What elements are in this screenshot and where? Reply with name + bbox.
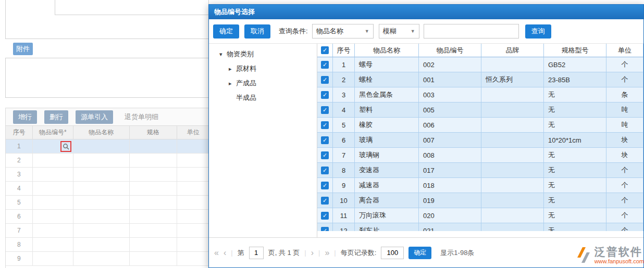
tree-root-item[interactable]: ▾ 物资类别 [209, 47, 317, 61]
checkbox-cell: ✓ [317, 178, 333, 193]
empty-cell [177, 182, 209, 196]
grid-row[interactable]: ✓3黑色金属条003无条 [317, 87, 643, 103]
row-number-cell: 1 [6, 139, 33, 154]
code-cell: 007 [419, 133, 481, 148]
item-code-cell[interactable] [33, 238, 73, 252]
grid-row[interactable]: ✓8变速器017无个 [317, 163, 643, 178]
query-condition-label: 查询条件: [279, 27, 308, 36]
tree-item[interactable]: ▸原材料 [209, 61, 317, 76]
row-checkbox[interactable]: ✓ [321, 167, 329, 174]
page-label: 第 [238, 248, 244, 258]
form-area [5, 0, 209, 39]
grid-row[interactable]: ✓1螺母002GB52个 [317, 57, 643, 72]
field-dropdown[interactable]: 物品名称 ▼ [312, 24, 374, 39]
name-cell: 黑色金属条 [355, 87, 419, 103]
row-checkbox[interactable]: ✓ [321, 76, 329, 84]
search-button[interactable]: 查询 [525, 24, 551, 39]
grid-column-header: 序号 [333, 44, 355, 57]
checkbox-cell: ✓ [317, 148, 333, 163]
item-code-cell[interactable] [33, 139, 73, 154]
unit-cell: 个 [606, 163, 643, 178]
row-checkbox[interactable]: ✓ [321, 106, 329, 114]
per-page-confirm-button[interactable]: 确定 [408, 247, 431, 259]
tree-item[interactable]: 半成品 [209, 91, 317, 105]
attachment-button[interactable]: 附件 [13, 43, 33, 55]
grid-row[interactable]: ✓6玻璃00710*20*1cm块 [317, 133, 643, 148]
grid-body: ✓1螺母002GB52个✓2螺栓001恒久系列23-85B个✓3黑色金属条003… [317, 57, 643, 231]
row-checkbox[interactable]: ✓ [321, 151, 329, 159]
checkbox-cell: ✓ [317, 72, 333, 87]
grid-row[interactable]: ✓7玻璃钢008无块 [317, 148, 643, 163]
match-dropdown[interactable]: 模糊 ▼ [379, 24, 419, 39]
chevron-down-icon[interactable]: ▾ [219, 51, 227, 58]
add-row-button[interactable]: 增行 [13, 110, 37, 124]
row-checkbox[interactable]: ✓ [321, 212, 329, 220]
separator: | [231, 249, 232, 257]
magnifier-icon[interactable] [63, 143, 69, 150]
no-cell: 10 [333, 193, 355, 208]
last-page-button[interactable]: » [325, 249, 329, 257]
grid-row[interactable]: ✓5橡胶006无吨 [317, 118, 643, 133]
brand-cell [481, 193, 544, 208]
empty-cell [130, 168, 178, 182]
form-divider-horizontal [55, 15, 209, 15]
tree-item[interactable]: ▸产成品 [209, 76, 317, 91]
row-number-cell: 9 [6, 252, 33, 266]
row-number-cell: 8 [6, 238, 33, 252]
name-cell: 玻璃钢 [355, 148, 419, 163]
per-page-input[interactable] [381, 247, 404, 259]
item-code-cell[interactable] [33, 182, 73, 196]
item-code-cell[interactable] [33, 154, 73, 168]
delete-row-button[interactable]: 删行 [44, 110, 68, 124]
row-checkbox[interactable]: ✓ [321, 182, 329, 189]
grid-row[interactable]: ✓9减速器018无个 [317, 178, 643, 193]
confirm-button[interactable]: 确定 [213, 24, 239, 39]
prev-page-button[interactable]: ‹ [224, 249, 226, 257]
spec-cell: 23-85B [544, 72, 606, 87]
tree-children: ▸原材料▸产成品半成品 [209, 61, 317, 105]
cancel-button[interactable]: 取消 [244, 24, 270, 39]
name-cell: 万向滚珠 [355, 208, 419, 223]
code-cell: 021 [419, 223, 481, 231]
item-code-cell[interactable] [33, 168, 73, 182]
grid-column-header: 单位 [606, 44, 643, 57]
item-code-cell[interactable] [33, 196, 73, 210]
item-code-cell[interactable] [33, 252, 73, 266]
source-import-button[interactable]: 源单引入 [76, 110, 113, 124]
unit-cell: 个 [606, 72, 643, 87]
code-cell: 017 [419, 163, 481, 178]
select-all-checkbox[interactable]: ✓ [321, 46, 329, 54]
item-code-cell[interactable] [33, 224, 73, 238]
row-checkbox[interactable]: ✓ [321, 91, 329, 99]
chevron-right-icon[interactable]: ▸ [229, 80, 236, 87]
unit-cell: 块 [606, 133, 643, 148]
row-checkbox[interactable]: ✓ [321, 136, 329, 144]
dialog-title-bar[interactable]: 物品编号选择 [209, 5, 643, 19]
row-checkbox[interactable]: ✓ [321, 61, 329, 69]
category-tree: ▾ 物资类别 ▸原材料▸产成品半成品 [209, 44, 317, 237]
grid-row[interactable]: ✓11万向滚珠020无个 [317, 208, 643, 223]
no-cell: 8 [333, 163, 355, 178]
grid-row[interactable]: ✓2螺栓001恒久系列23-85B个 [317, 72, 643, 87]
row-checkbox[interactable]: ✓ [321, 121, 329, 129]
chevron-right-icon[interactable]: ▸ [229, 66, 236, 72]
name-cell: 变速器 [355, 163, 419, 178]
empty-cell [177, 196, 209, 210]
row-checkbox[interactable]: ✓ [321, 227, 329, 232]
search-input[interactable] [424, 24, 519, 39]
page-input[interactable] [249, 247, 264, 259]
next-page-button[interactable]: › [311, 249, 314, 257]
grid-row[interactable]: ✓4塑料005无吨 [317, 103, 643, 118]
row-checkbox[interactable]: ✓ [321, 197, 329, 205]
items-grid: ✓序号物品名称物品编号品牌规格型号单位 ✓1螺母002GB52个✓2螺栓001恒… [317, 44, 643, 237]
brand-cell [481, 223, 544, 231]
no-cell: 12 [333, 223, 355, 231]
name-cell: 离合器 [355, 193, 419, 208]
grid-row[interactable]: ✓12刹车片021无个 [317, 223, 643, 231]
item-code-cell[interactable] [33, 210, 73, 224]
code-cell: 003 [419, 87, 481, 103]
first-page-button[interactable]: « [214, 249, 219, 257]
unit-cell: 个 [606, 193, 643, 208]
grid-column-header: 物品编号 [419, 44, 481, 57]
grid-row[interactable]: ✓10离合器019无个 [317, 193, 643, 208]
